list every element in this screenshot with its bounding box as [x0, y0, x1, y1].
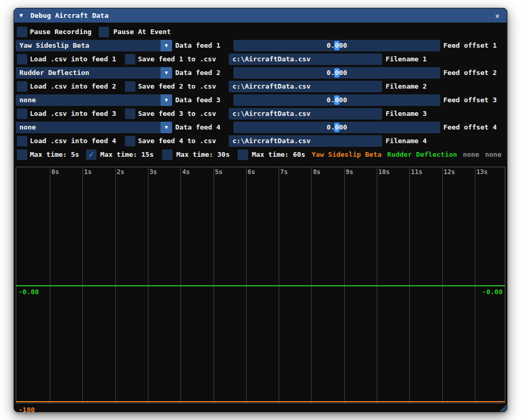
- chevron-down-icon[interactable]: ▼: [161, 67, 172, 79]
- save-csv-checkbox[interactable]: [125, 81, 135, 92]
- filename-label: Filename 2: [386, 82, 427, 90]
- filename-label: Filename 4: [386, 137, 427, 145]
- filename-input[interactable]: c:\AircraftData.csv: [229, 53, 382, 65]
- plot-legend: Yaw Sideslip BetaRudder Deflectionnoneno…: [312, 150, 502, 158]
- feed-offset-slider[interactable]: 0.000: [233, 67, 440, 79]
- feed-files-row: Load .csv into feed 4 Save feed 4 to .cs…: [14, 135, 507, 147]
- debug-aircraft-data-window: ▼ Debug Aircraft Data ✕ Pause Recording …: [14, 8, 507, 412]
- x-tick-label: 12s: [444, 168, 455, 176]
- data-feed-combo[interactable]: Rudder Deflection ▼: [16, 67, 172, 79]
- slider-value: 0.000: [233, 69, 440, 77]
- max-time-label: Max time: 15s: [100, 150, 154, 158]
- feed-combo-row: none ▼ Data feed 4 0.000 Feed offset 4: [14, 122, 507, 133]
- save-csv-checkbox[interactable]: [125, 109, 135, 119]
- save-csv-checkbox[interactable]: [125, 54, 135, 64]
- feed-offset-slider[interactable]: 0.000: [233, 122, 440, 133]
- x-tick-label: 13s: [476, 168, 488, 176]
- legend-item: Rudder Deflection: [387, 150, 457, 158]
- feed-offset-label: Feed offset 1: [443, 41, 497, 49]
- chevron-down-icon[interactable]: ▼: [161, 40, 172, 51]
- combo-selected-value: Yaw Sideslip Beta: [19, 41, 89, 49]
- pause-recording-checkbox[interactable]: [17, 27, 27, 37]
- x-tick-label: 11s: [411, 168, 422, 176]
- series-value-label-left: -0.00: [18, 288, 39, 296]
- titlebar[interactable]: ▼ Debug Aircraft Data ✕: [14, 8, 507, 23]
- x-tick-label: 7s: [280, 168, 288, 176]
- max-time-checkbox[interactable]: [162, 149, 173, 160]
- max-time-checkbox[interactable]: ✓: [86, 149, 97, 160]
- combo-selected-value: none: [19, 96, 36, 104]
- window-title: Debug Aircraft Data: [30, 12, 109, 19]
- feed-offset-label: Feed offset 3: [443, 96, 497, 104]
- data-feed-label: Data feed 1: [175, 41, 220, 49]
- max-time-checkbox[interactable]: [238, 149, 248, 160]
- max-time-row: Yaw Sideslip BetaRudder Deflectionnoneno…: [14, 149, 507, 160]
- chevron-down-icon[interactable]: ▼: [161, 122, 172, 133]
- plot-area[interactable]: 0s1s2s3s4s5s6s7s8s9s10s11s12s13s-180-0.0…: [16, 167, 505, 403]
- feed-offset-label: Feed offset 2: [443, 69, 497, 77]
- feed-combo-row: Rudder Deflection ▼ Data feed 2 0.000 Fe…: [14, 67, 507, 79]
- data-feed-combo[interactable]: Yaw Sideslip Beta ▼: [16, 40, 172, 51]
- load-csv-checkbox[interactable]: [17, 136, 27, 146]
- window-content: Pause Recording Pause At Event Yaw Sides…: [14, 23, 507, 412]
- x-tick-label: 1s: [84, 168, 91, 176]
- load-csv-label: Load .csv into feed 1: [30, 55, 116, 63]
- max-time-label: Max time: 60s: [252, 150, 305, 158]
- legend-item: none: [485, 150, 501, 158]
- feed-files-row: Load .csv into feed 2 Save feed 2 to .cs…: [14, 81, 507, 92]
- filename-input[interactable]: c:\AircraftData.csv: [229, 108, 382, 120]
- feed-offset-slider[interactable]: 0.000: [233, 40, 440, 51]
- filename-label: Filename 3: [386, 110, 427, 117]
- max-time-label: Max time: 30s: [176, 150, 230, 158]
- load-csv-checkbox[interactable]: [17, 54, 27, 64]
- load-csv-label: Load .csv into feed 2: [30, 82, 116, 90]
- combo-selected-value: none: [19, 123, 36, 131]
- save-csv-label: Save feed 4 to .csv: [138, 137, 216, 145]
- data-feed-label: Data feed 2: [175, 69, 220, 77]
- data-feed-combo[interactable]: none ▼: [16, 94, 172, 106]
- save-csv-label: Save feed 1 to .csv: [138, 55, 216, 63]
- series-value-label-left: -180: [18, 406, 35, 414]
- x-tick-label: 6s: [248, 168, 255, 176]
- x-tick-label: 2s: [117, 168, 124, 176]
- load-csv-label: Load .csv into feed 4: [30, 137, 116, 145]
- legend-item: Yaw Sideslip Beta: [312, 150, 381, 158]
- combo-selected-value: Rudder Deflection: [19, 69, 89, 77]
- x-tick-label: 0s: [51, 168, 59, 176]
- load-csv-checkbox[interactable]: [17, 109, 27, 119]
- feed-offset-label: Feed offset 4: [443, 123, 497, 131]
- series-value-label-right: -0.00: [482, 288, 503, 296]
- chevron-down-icon[interactable]: ▼: [161, 94, 172, 106]
- x-tick-label: 4s: [182, 168, 189, 176]
- filename-value: c:\AircraftData.csv: [232, 82, 311, 90]
- filename-input[interactable]: c:\AircraftData.csv: [229, 81, 382, 92]
- feed-combo-row: Yaw Sideslip Beta ▼ Data feed 1 0.000 Fe…: [14, 40, 507, 51]
- save-csv-checkbox[interactable]: [125, 136, 135, 146]
- load-csv-label: Load .csv into feed 3: [30, 110, 116, 117]
- resize-grip[interactable]: [498, 403, 507, 412]
- close-icon[interactable]: ✕: [493, 11, 502, 20]
- data-feed-combo[interactable]: none ▼: [16, 122, 172, 133]
- filename-value: c:\AircraftData.csv: [232, 110, 311, 117]
- feed-combo-row: none ▼ Data feed 3 0.000 Feed offset 3: [14, 94, 507, 106]
- screen: ▼ Debug Aircraft Data ✕ Pause Recording …: [0, 0, 521, 420]
- feed-files-row: Load .csv into feed 3 Save feed 3 to .cs…: [14, 108, 507, 120]
- collapse-arrow-icon[interactable]: ▼: [19, 12, 23, 19]
- save-csv-label: Save feed 3 to .csv: [138, 110, 216, 117]
- x-tick-label: 3s: [150, 168, 157, 176]
- feed-files-row: Load .csv into feed 1 Save feed 1 to .cs…: [14, 53, 507, 65]
- series-line: [16, 401, 505, 402]
- x-tick-label: 5s: [215, 168, 222, 176]
- data-feed-label: Data feed 4: [175, 123, 220, 131]
- max-time-checkbox[interactable]: [17, 149, 27, 160]
- max-time-label: Max time: 5s: [30, 150, 79, 158]
- filename-input[interactable]: c:\AircraftData.csv: [229, 135, 382, 147]
- x-tick-label: 10s: [378, 168, 390, 176]
- x-tick-label: 9s: [346, 168, 353, 176]
- load-csv-checkbox[interactable]: [17, 81, 27, 92]
- feed-offset-slider[interactable]: 0.000: [233, 94, 440, 106]
- legend-item: none: [463, 150, 479, 158]
- pause-at-event-checkbox[interactable]: [99, 27, 109, 37]
- feed-rows: Yaw Sideslip Beta ▼ Data feed 1 0.000 Fe…: [14, 40, 507, 147]
- filename-value: c:\AircraftData.csv: [232, 55, 311, 63]
